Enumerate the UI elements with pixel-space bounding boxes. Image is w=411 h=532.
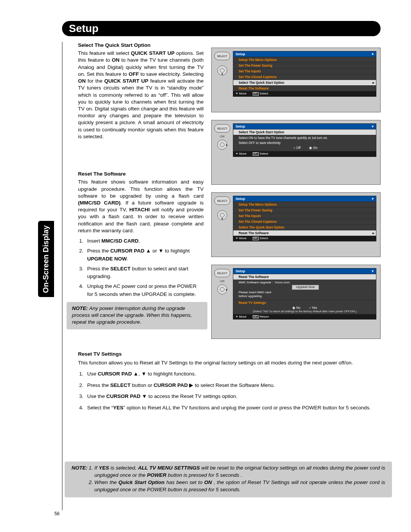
tv-screenshot-3: SELECT ▾ Setup Setup The Menu Options Se… [211,192,381,257]
tv-screenshot-2: SELECT OR ▸ Setup Select The Quick Start… [211,120,381,185]
osd-menu-1: Setup Setup The Menu Options Set The Pow… [233,51,376,97]
tv-screenshot-4: SELECT OR ▸ Setup Reset The Software MMC… [211,265,381,339]
vertical-divider [62,42,62,510]
tv-screenshot-1: SELECT ▾ Setup Setup The Menu Options Se… [211,48,381,112]
select-button-icon: SELECT [214,52,230,60]
cursor-pad-icon: ▸ [217,284,227,294]
cursor-pad-icon: ▸ [217,140,227,150]
upgrade-now-button[interactable]: Upgrade Now [292,285,319,289]
reset-note: (Select “Yes” to return all settings to … [233,310,376,314]
reset-software-steps: Insert MMC/SD CARD. Press the CURSOR PAD… [85,237,204,298]
page-number: 56 [54,511,59,516]
reset-tv-steps: Use CURSOR PAD ▲, ▼ to highlight functio… [85,370,392,411]
cursor-pad-icon: ▾ [217,210,227,220]
select-button-icon: SELECT [214,269,230,277]
quickstart-body: This feature will select QUICK START UP … [78,50,204,140]
reset-tv-intro: This function allows you to Reset all TV… [78,359,392,367]
section-title-reset-software: Reset The Software [78,171,204,177]
select-button-icon: SELECT [214,197,230,205]
osd-menu-3: Setup Setup The Menu Options Set The Pow… [233,196,376,241]
cursor-pad-icon: ▾ [217,66,227,75]
section-title-quickstart: Select The Quick Start Option [78,42,204,49]
note-upgrade: NOTE: Any power interruption during the … [67,302,207,330]
section-title-reset-tv: Reset TV Settings [78,350,392,358]
side-tab: On-Screen Display [38,221,54,297]
select-button-icon: SELECT [214,124,230,133]
reset-software-body: This feature shows software information … [78,179,204,234]
note-wide: NOTE: If YES is selected, ALL TV MENU SE… [65,462,392,497]
osd-menu-4: Setup Reset The Software MMC Software Up… [233,268,376,320]
osd-menu-2: Setup Select The Quick Start Option Sele… [233,123,376,157]
page-header: Setup [62,21,381,36]
